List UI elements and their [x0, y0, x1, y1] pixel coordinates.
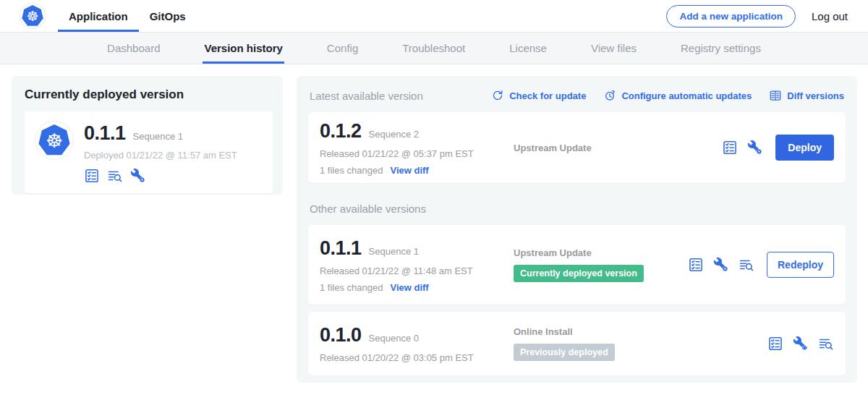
configure-view-icon[interactable]	[793, 336, 809, 352]
version-number: 0.1.2	[320, 120, 362, 143]
view-logs-icon[interactable]	[739, 257, 754, 273]
schedule-icon	[603, 89, 616, 102]
subnav-dashboard[interactable]: Dashboard	[106, 33, 161, 64]
subnav-version-history[interactable]: Version history	[203, 33, 284, 64]
released-timestamp: Released 01/21/22 @ 05:37 pm EST	[320, 148, 514, 159]
view-logs-icon[interactable]	[107, 168, 123, 184]
subnav-view-files[interactable]: View files	[590, 33, 638, 64]
version-card-0-1-2: 0.1.2 Sequence 2 Released 01/21/22 @ 05:…	[308, 112, 846, 183]
redeploy-button[interactable]: Redeploy	[767, 252, 834, 278]
tab-application[interactable]: Application	[58, 0, 139, 32]
released-timestamp: Released 01/20/22 @ 03:05 pm EST	[320, 352, 514, 363]
refresh-icon	[491, 89, 504, 102]
app-subnav: Dashboard Version history Config Trouble…	[0, 33, 868, 64]
sequence-label: Sequence 1	[369, 246, 419, 257]
diff-versions-link[interactable]: Diff versions	[769, 89, 844, 102]
versions-panel: Latest available version Check for updat…	[297, 76, 857, 383]
check-for-update-link[interactable]: Check for update	[491, 89, 586, 102]
release-notes-icon[interactable]	[767, 336, 783, 352]
version-card-0-1-1: 0.1.1 Sequence 1 Released 01/21/22 @ 11:…	[308, 225, 846, 305]
version-number: 0.1.0	[320, 324, 362, 347]
files-changed-label: 1 files changed	[320, 282, 383, 293]
version-source-label: Upstream Update	[514, 247, 688, 258]
release-notes-icon[interactable]	[722, 140, 738, 156]
subnav-registry-settings[interactable]: Registry settings	[679, 33, 762, 64]
app-logo: ☸	[20, 0, 45, 32]
top-nav: ☸ Application GitOps Add a new applicati…	[0, 0, 868, 33]
configure-icon[interactable]	[747, 140, 763, 156]
subnav-config[interactable]: Config	[326, 33, 359, 64]
tab-gitops[interactable]: GitOps	[139, 0, 197, 32]
previously-deployed-badge: Previously deployed	[514, 344, 615, 361]
sequence-label: Sequence 2	[369, 129, 419, 140]
version-source-label: Upstream Update	[514, 143, 722, 153]
deploy-button[interactable]: Deploy	[775, 135, 834, 161]
kubernetes-logo-icon: ☸	[20, 4, 45, 28]
configure-icon[interactable]	[130, 168, 146, 184]
release-notes-icon[interactable]	[84, 168, 100, 184]
release-notes-icon[interactable]	[688, 257, 704, 273]
deployed-sequence-label: Sequence 1	[133, 131, 183, 142]
add-application-button[interactable]: Add a new application	[666, 5, 796, 27]
other-versions-title: Other available versions	[310, 203, 844, 215]
files-changed-label: 1 files changed	[320, 165, 383, 176]
view-diff-link[interactable]: View diff	[390, 282, 428, 293]
deployed-version-row: ☸ 0.1.1 Sequence 1 Deployed 01/21/22 @ 1…	[25, 111, 273, 193]
currently-deployed-badge: Currently deployed version	[514, 265, 644, 282]
view-logs-icon[interactable]	[818, 336, 834, 352]
configure-automatic-updates-link[interactable]: Configure automatic updates	[603, 89, 752, 102]
view-diff-link[interactable]: View diff	[390, 165, 428, 176]
deployed-timestamp: Deployed 01/21/22 @ 11:57 am EST	[84, 150, 237, 161]
latest-version-title: Latest available version	[310, 90, 423, 102]
diff-icon	[769, 89, 782, 102]
version-source-label: Online Install	[514, 326, 767, 337]
version-number: 0.1.1	[320, 237, 362, 260]
deployed-card-title: Currently deployed version	[25, 88, 273, 102]
subnav-troubleshoot[interactable]: Troubleshoot	[401, 33, 467, 64]
sequence-label: Sequence 0	[369, 333, 419, 344]
deployed-version-number: 0.1.1	[84, 122, 126, 145]
currently-deployed-card: Currently deployed version ☸ 0.1.1 Seque…	[12, 76, 283, 195]
logout-button[interactable]: Log out	[812, 10, 848, 22]
released-timestamp: Released 01/21/22 @ 11:48 am EST	[320, 265, 514, 276]
application-icon: ☸	[35, 121, 74, 160]
configure-icon[interactable]	[713, 257, 729, 273]
version-card-0-1-0: 0.1.0 Sequence 0 Released 01/20/22 @ 03:…	[308, 312, 846, 375]
main-content: Currently deployed version ☸ 0.1.1 Seque…	[0, 64, 868, 407]
subnav-license[interactable]: License	[508, 33, 548, 64]
